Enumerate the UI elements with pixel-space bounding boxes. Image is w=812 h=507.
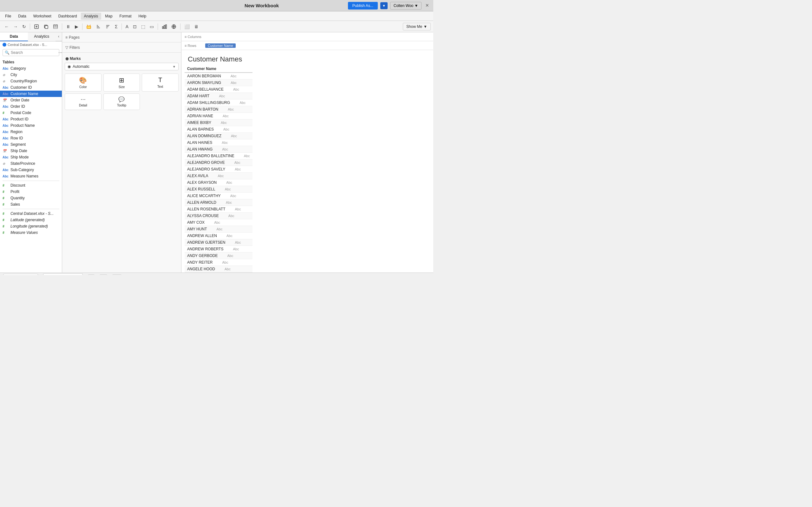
field-longitude[interactable]: # Longitude (generated) <box>0 223 62 229</box>
menu-map[interactable]: Map <box>102 13 115 20</box>
chart-type-button[interactable] <box>160 23 169 30</box>
field-type-icon: Abc <box>3 143 9 147</box>
rows-content[interactable]: Customer Name <box>205 43 430 48</box>
svg-rect-19 <box>165 25 166 29</box>
svg-rect-7 <box>54 27 57 29</box>
field-quantity[interactable]: # Quantity <box>0 195 62 201</box>
search-filter-button[interactable]: ⋯ <box>58 50 62 55</box>
field-product-id[interactable]: Abc Product ID <box>0 116 62 122</box>
field-sub-category[interactable]: Abc Sub-Category <box>0 167 62 173</box>
marks-detail-button[interactable]: ⋯ Detail <box>65 94 101 110</box>
field-profit[interactable]: # Profit <box>0 188 62 195</box>
pause-button[interactable]: ⏸ <box>64 23 72 30</box>
table-row: ALAN HAINESAbc <box>185 139 252 146</box>
sort-asc-button[interactable] <box>94 23 103 30</box>
table-row: ALYSSA CROUSEAbc <box>185 213 252 219</box>
show-me-button[interactable]: Show Me ▼ <box>403 23 431 31</box>
publish-button[interactable]: Publish As... <box>348 2 378 9</box>
menu-worksheet[interactable]: Worksheet <box>30 13 55 20</box>
customer-name-cell: ALYSSA CROUSEAbc <box>185 213 252 219</box>
field-row-id[interactable]: Abc Row ID <box>0 135 62 141</box>
field-type-icon: Abc <box>3 130 9 134</box>
refresh-button[interactable]: ↻ <box>20 23 28 30</box>
field-region[interactable]: Abc Region <box>0 129 62 135</box>
menu-analysis[interactable]: Analysis <box>81 13 101 20</box>
select-button[interactable]: ⬚ <box>139 23 147 30</box>
tab-data[interactable]: Data <box>0 32 28 41</box>
field-ship-mode[interactable]: Abc Ship Mode <box>0 154 62 160</box>
field-discount[interactable]: # Discount <box>0 182 62 188</box>
customer-name-cell: ADAM BELLAVANCEAbc <box>185 86 252 93</box>
menu-format[interactable]: Format <box>116 13 135 20</box>
duplicate-button[interactable] <box>42 23 50 30</box>
marks-icon: ◉ <box>65 56 68 61</box>
back-button[interactable]: ← <box>3 23 11 30</box>
label-button[interactable]: A <box>124 23 131 30</box>
field-type-icon: # <box>3 111 9 115</box>
field-name: Latitude (generated) <box>10 218 45 222</box>
field-name: Quantity <box>10 196 25 200</box>
tab-analytics[interactable]: Analytics <box>28 32 56 41</box>
field-name: Country/Region <box>10 79 37 83</box>
publish-dropdown-button[interactable]: ▼ <box>380 2 388 9</box>
menu-bar: File Data Worksheet Dashboard Analysis M… <box>0 11 433 21</box>
forward-button[interactable]: → <box>11 23 20 30</box>
search-input[interactable] <box>11 50 58 55</box>
field-country[interactable]: ⊕ Country/Region <box>0 78 62 84</box>
field-measure-values[interactable]: # Measure Values <box>0 229 62 236</box>
marks-size-button[interactable]: ⊞ Size <box>103 73 140 92</box>
field-measure-names[interactable]: Abc Measure Names <box>0 173 62 179</box>
field-category[interactable]: Abc Category <box>0 65 62 72</box>
fit-button[interactable]: ⊡ <box>131 23 139 30</box>
field-sales[interactable]: # Sales <box>0 201 62 208</box>
field-city[interactable]: ⊕ City <box>0 72 62 78</box>
save-button[interactable] <box>51 23 60 30</box>
run-button[interactable]: ▶ <box>73 23 80 30</box>
present-button[interactable]: ⬜ <box>183 23 192 30</box>
duplicate-sheet-button[interactable]: ⊞ <box>100 274 107 275</box>
field-segment[interactable]: Abc Segment <box>0 141 62 148</box>
tooltip-icon: 💬 <box>118 96 125 102</box>
aggregate-button[interactable]: Σ <box>113 23 119 30</box>
field-customer-id[interactable]: Abc Customer ID <box>0 84 62 91</box>
menu-data[interactable]: Data <box>15 13 29 20</box>
menu-help[interactable]: Help <box>136 13 150 20</box>
rectangle-select[interactable]: ▭ <box>148 23 156 30</box>
close-button[interactable]: × <box>424 2 430 9</box>
sheet-tab[interactable]: Customer Names <box>43 274 83 275</box>
field-order-date[interactable]: 📅 Order Date <box>0 97 62 103</box>
table-row: AMY COXAbc <box>185 219 252 226</box>
marks-text-button[interactable]: T Text <box>142 73 179 92</box>
marks-color-button[interactable]: 🎨 Color <box>65 73 101 92</box>
field-latitude[interactable]: # Latitude (generated) <box>0 217 62 223</box>
menu-file[interactable]: File <box>2 13 14 20</box>
field-ship-date[interactable]: 📅 Ship Date <box>0 148 62 154</box>
present-mode-button[interactable]: ⬛ <box>112 274 121 275</box>
panel-tabs: Data Analytics ‹ <box>0 32 62 42</box>
sort-desc-button[interactable] <box>103 23 112 30</box>
panel-collapse-button[interactable]: ‹ <box>55 32 62 41</box>
field-type-icon: Abc <box>3 67 9 70</box>
field-order-id[interactable]: Abc Order ID <box>0 103 62 110</box>
map-button[interactable] <box>169 23 178 30</box>
customer-name-cell: ADAM SHILLINGSBURGAbc <box>185 100 252 106</box>
marks-type-dropdown[interactable]: ◉ Automatic ▼ <box>65 63 179 70</box>
data-source-tab[interactable]: ⊕ Data Source <box>3 274 38 275</box>
field-type-icon: # <box>3 196 9 200</box>
svg-rect-4 <box>45 26 48 29</box>
field-state[interactable]: ⊕ State/Province <box>0 160 62 167</box>
field-postal-code[interactable]: # Postal Code <box>0 110 62 116</box>
field-customer-name[interactable]: Abc Customer Name <box>0 91 62 97</box>
device-button[interactable]: 🖥 <box>192 23 200 30</box>
field-product-name[interactable]: Abc Product Name <box>0 122 62 129</box>
new-sheet-button[interactable]: + <box>88 274 95 275</box>
rows-pill[interactable]: Customer Name <box>205 43 236 48</box>
new-worksheet-button[interactable] <box>32 23 41 30</box>
highlight-button[interactable] <box>84 23 93 30</box>
marks-tooltip-button[interactable]: 💬 Tooltip <box>103 94 140 110</box>
table-row: ANDREW ROBERTSAbc <box>185 246 252 252</box>
user-menu-button[interactable]: Colten Woo ▼ <box>390 2 422 9</box>
filters-shelf: ▽ Filters <box>62 43 181 53</box>
field-datasource-generated[interactable]: # Central Dataset.xlsx - S... <box>0 210 62 217</box>
menu-dashboard[interactable]: Dashboard <box>55 13 80 20</box>
